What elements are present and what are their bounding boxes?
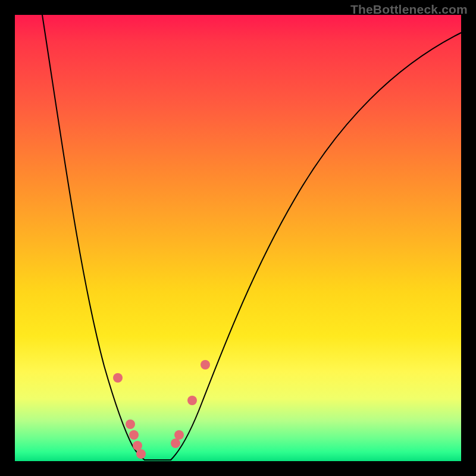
curve-right-arm — [171, 33, 461, 460]
marker-pill — [121, 391, 128, 415]
watermark-text: TheBottleneck.com — [350, 2, 468, 17]
bottleneck-curve — [15, 15, 461, 461]
marker-dot — [129, 430, 139, 440]
marker-pill — [183, 405, 190, 425]
marker-dot — [187, 396, 197, 405]
marker-layer — [109, 330, 218, 460]
curve-left-arm — [42, 15, 145, 460]
marker-pill — [194, 371, 203, 396]
chart-plot-area — [15, 15, 461, 461]
marker-pill — [209, 330, 218, 355]
marker-dot — [113, 373, 123, 383]
marker-dot — [171, 439, 180, 448]
marker-dot — [126, 419, 135, 429]
marker-dot — [174, 430, 184, 440]
marker-dot — [136, 449, 146, 459]
marker-dot — [201, 360, 210, 369]
marker-pill — [109, 340, 115, 367]
marker-dot — [133, 441, 142, 450]
